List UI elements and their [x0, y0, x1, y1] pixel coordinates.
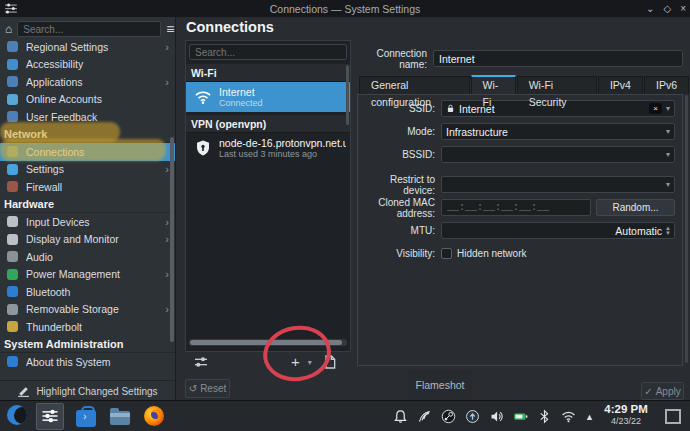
applications-icon	[7, 76, 18, 87]
volume-icon[interactable]	[489, 409, 504, 424]
maximize-button[interactable]: ◇	[663, 0, 671, 17]
firewall-icon	[7, 181, 18, 192]
app-launcher-icon[interactable]	[7, 405, 29, 427]
combo-mode[interactable]: Infrastructure▾	[441, 123, 675, 140]
sidebar-item-input-devices[interactable]: Input Devices›	[0, 213, 175, 231]
firefox-icon[interactable]	[142, 404, 166, 428]
connection-item-internet[interactable]: InternetConnected	[186, 82, 350, 112]
mac-address-input[interactable]	[441, 199, 591, 216]
wifi-tray-icon[interactable]	[561, 409, 576, 424]
hidden-network-checkbox[interactable]	[441, 248, 452, 259]
configure-filter-icon[interactable]	[193, 354, 209, 370]
show-desktop-button[interactable]	[665, 409, 681, 424]
close-button[interactable]: ×	[680, 0, 686, 17]
sidebar-item-online-accounts[interactable]: Online Accounts	[0, 91, 175, 109]
sidebar-item-power-management[interactable]: Power Management›	[0, 266, 175, 284]
chevron-right-icon: ›	[165, 268, 169, 280]
sidebar-item-display-and-monitor[interactable]: Display and Monitor›	[0, 231, 175, 249]
sidebar-item-settings[interactable]: Settings›	[0, 161, 175, 179]
combo-restrict-to-device[interactable]: ▾	[441, 176, 675, 193]
connection-group-header-wi-fi: Wi-Fi	[186, 64, 350, 82]
window-title: Connections — System Settings	[270, 3, 421, 15]
tab-wi-fi[interactable]: Wi-Fi	[471, 75, 516, 94]
steam-tray-icon[interactable]	[441, 409, 456, 424]
checkmark-icon: ✓	[644, 386, 652, 397]
connections-list-panel: Wi-FiInternetConnectedVPN (openvpn)node-…	[185, 40, 351, 352]
combo-bssid[interactable]: ▾	[441, 146, 675, 163]
discover-icon[interactable]	[74, 404, 98, 428]
connection-name-row: Connection name:	[357, 50, 683, 67]
file-manager-icon[interactable]	[108, 404, 132, 428]
sidebar-item-removable-storage[interactable]: Removable Storage›	[0, 301, 175, 319]
sidebar-item-label: Power Management	[26, 268, 157, 280]
sidebar-item-about-this-system[interactable]: About this System	[0, 353, 175, 371]
field-row-mtu: MTU:Automatic▲▼	[361, 222, 675, 239]
sidebar-item-thunderbolt[interactable]: Thunderbolt	[0, 318, 175, 336]
random-mac-button[interactable]: Random...	[596, 199, 675, 216]
tab-ipv4[interactable]: IPv4	[598, 76, 643, 94]
tab-ipv6[interactable]: IPv6	[644, 76, 689, 94]
sidebar-item-firewall[interactable]: Firewall	[0, 178, 175, 196]
highlight-changed-settings-button[interactable]: Highlight Changed Settings	[0, 380, 175, 397]
clear-text-icon[interactable]: ×	[649, 103, 662, 114]
sidebar-section-header-hardware: Hardware	[0, 196, 175, 214]
field-label: Visibility:	[361, 248, 441, 259]
user-feedback-icon	[7, 111, 18, 122]
system-settings-task-icon[interactable]	[36, 403, 64, 430]
connection-name-input[interactable]	[433, 50, 683, 67]
connections-search-input[interactable]	[189, 44, 347, 60]
sidebar-item-accessibility[interactable]: Accessibility	[0, 56, 175, 74]
apply-button[interactable]: ✓ Apply	[641, 382, 684, 400]
sidebar-item-bluetooth[interactable]: Bluetooth	[0, 283, 175, 301]
spinner-arrows-icon[interactable]: ▲▼	[665, 226, 671, 236]
sidebar-item-audio[interactable]: Audio	[0, 248, 175, 266]
bluetooth-tray-icon[interactable]	[537, 409, 552, 424]
sidebar-list: Regional Settings›AccessibilityApplicati…	[0, 38, 175, 371]
sidebar-item-regional-settings[interactable]: Regional Settings›	[0, 38, 175, 56]
accessibility-icon	[7, 59, 18, 70]
sidebar-item-label: Removable Storage	[26, 303, 157, 315]
sidebar-scrollbar[interactable]	[170, 137, 174, 342]
tab-wi-fi-security[interactable]: Wi-Fi Security	[517, 76, 597, 94]
removable-storage-icon	[7, 304, 18, 315]
tab-general-configuration[interactable]: General configuration	[359, 76, 470, 94]
marker-highlight-annotation	[0, 139, 166, 161]
settings-sidebar: ⌂ ≡ Regional Settings›AccessibilityAppli…	[0, 17, 176, 400]
mtu-spinner[interactable]: Automatic▲▼	[441, 222, 675, 239]
hamburger-menu-icon[interactable]: ≡	[166, 22, 174, 36]
power-management-icon	[7, 269, 18, 280]
sidebar-item-label: About this System	[26, 356, 169, 368]
chevron-down-icon: ▾	[666, 180, 670, 189]
minimize-button[interactable]: ⌄	[646, 0, 654, 17]
network-settings-icon	[7, 164, 18, 175]
field-label: Restrict to device:	[361, 174, 441, 196]
wifi-icon	[194, 88, 212, 106]
sidebar-item-label: Input Devices	[26, 216, 157, 228]
field-row-mode: Mode:Infrastructure▾	[361, 123, 675, 140]
field-row-cloned-mac-address: Cloned MAC address:Random...	[361, 199, 675, 216]
home-icon[interactable]: ⌂	[5, 22, 12, 37]
undo-icon: ↺	[189, 383, 197, 394]
tray-expand-caret-icon[interactable]: ▲	[585, 412, 594, 422]
chevron-down-icon: ▾	[666, 104, 670, 113]
field-label: MTU:	[361, 225, 441, 236]
sidebar-item-label: User Feedback	[26, 111, 169, 123]
battery-icon[interactable]	[513, 409, 528, 424]
window-titlebar: Connections — System Settings ⌄ ◇ ×	[0, 0, 690, 17]
vpn-shield-icon	[194, 139, 212, 157]
field-label: BSSID:	[361, 149, 441, 160]
connections-list-vertical-scrollbar[interactable]	[346, 65, 349, 125]
sidebar-item-applications[interactable]: Applications›	[0, 73, 175, 91]
form-vertical-scrollbar[interactable]	[685, 95, 688, 363]
field-label: Mode:	[361, 126, 441, 137]
chevron-right-icon: ›	[165, 76, 169, 88]
notifications-bell-icon[interactable]	[393, 409, 408, 424]
sidebar-search-input[interactable]	[17, 21, 161, 37]
flameshot-notification: Flameshot	[408, 370, 472, 399]
connection-item-node-de-16-protonvpn-net-udp[interactable]: node-de-16.protonvpn.net.udpLast used 3 …	[186, 133, 350, 163]
clock[interactable]: 4:29 PM 4/23/22	[597, 403, 655, 427]
updates-tray-icon[interactable]	[465, 409, 480, 424]
reset-button[interactable]: ↺ Reset	[185, 379, 230, 398]
flameshot-tray-icon[interactable]	[417, 409, 432, 424]
flameshot-notification-label: Flameshot	[415, 379, 464, 391]
